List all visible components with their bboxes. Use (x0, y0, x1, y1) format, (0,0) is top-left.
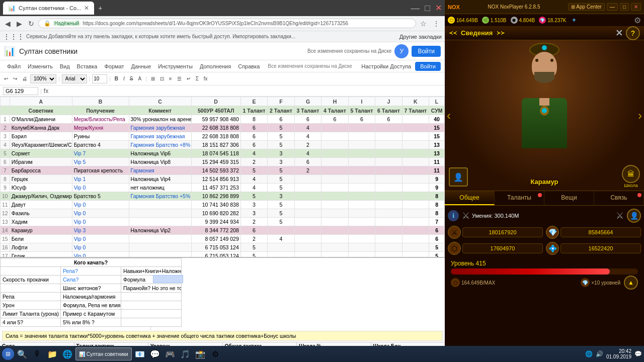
menu-help[interactable]: Справка (235, 62, 263, 70)
cell-sum-8[interactable]: 9 (429, 175, 445, 184)
wrap-btn[interactable]: ↵ (185, 75, 193, 82)
cell-t3-16[interactable] (294, 243, 321, 252)
cell-val-17[interactable]: 6 715 053 124 (191, 252, 240, 257)
cell-name-17[interactable]: Гедик (10, 252, 72, 257)
menu-tools[interactable]: Инструменты (155, 62, 196, 70)
cell-t5-1[interactable]: 6 (348, 115, 375, 124)
cell-t2-8[interactable]: 5 (268, 175, 294, 184)
cell-t7-7[interactable] (402, 166, 429, 175)
taskbar-icon-5[interactable]: 🎵 (178, 347, 192, 361)
start-button[interactable]: ⊞ (2, 348, 14, 360)
cell-receive-1[interactable]: Мерж/Близость/Репа (72, 115, 129, 124)
tab-close-btn[interactable]: ✕ (84, 5, 89, 12)
cell-t4-8[interactable] (321, 175, 348, 184)
cell-t4-2[interactable] (321, 124, 348, 132)
cell-val-6[interactable]: 15 294 459 315 (191, 158, 240, 166)
cell-t3-5[interactable]: 4 (294, 149, 321, 158)
other-bookmarks[interactable]: Другие закладки (399, 34, 442, 40)
char-portrait-left[interactable]: 👤 (449, 167, 468, 187)
cell-sum-3[interactable]: 15 (429, 132, 445, 141)
col-j-header[interactable]: J (375, 97, 402, 106)
table-row[interactable]: 1 О'Малли/Давинчи Мерж/Близость/Репа 30%… (1, 115, 445, 124)
cell-val-13[interactable]: 9 399 244 934 (191, 218, 240, 226)
cell-t1-12[interactable]: 3 (240, 209, 267, 218)
cell-t7-11[interactable] (402, 201, 429, 209)
menu-view[interactable]: Вид (57, 62, 73, 70)
cell-t4-6[interactable] (321, 158, 348, 166)
cell-t1-9[interactable]: 4 (240, 184, 267, 192)
cell-t1-13[interactable]: 2 (240, 218, 267, 226)
cell-t7-5[interactable] (402, 149, 429, 158)
col-k-header[interactable]: K (402, 97, 429, 106)
menu-insert[interactable]: Вставка (74, 62, 101, 70)
sum-btn[interactable]: Σ (194, 75, 201, 82)
taskbar-icon-6[interactable]: 📸 (193, 347, 207, 361)
cell-receive-6[interactable]: Vip 5 (72, 158, 129, 166)
formula-input[interactable] (50, 87, 442, 95)
cell-t3-9[interactable] (294, 184, 321, 192)
nox-close-btn[interactable]: ✕ (631, 3, 641, 11)
cell-t5-2[interactable] (348, 124, 375, 132)
nox-min-btn[interactable]: — (607, 3, 618, 11)
cell-t4-10[interactable] (321, 192, 348, 201)
cell-t4-16[interactable] (321, 243, 348, 252)
cell-t2-16[interactable] (268, 243, 294, 252)
cell-t6-8[interactable] (375, 175, 402, 184)
cell-t3-4[interactable]: 2 (294, 141, 321, 149)
cell-name-15[interactable]: Бели (10, 235, 72, 243)
cell-t6-1[interactable]: 6 (375, 115, 402, 124)
cell-t5-17[interactable] (348, 252, 375, 257)
col-f-header[interactable]: F (268, 97, 294, 106)
nox-max-btn[interactable]: □ (620, 3, 629, 11)
cell-t6-3[interactable] (375, 132, 402, 141)
cell-name-2[interactable]: КолумбЖанна Дарк (10, 124, 72, 132)
cell-t5-11[interactable] (348, 201, 375, 209)
cell-t4-5[interactable] (321, 149, 348, 158)
cell-t6-13[interactable] (375, 218, 402, 226)
taskbar-cortana[interactable]: 🎙 (30, 347, 44, 361)
bold-btn[interactable]: B (113, 75, 120, 82)
cell-receive-7[interactable]: Пиратская крепость (72, 166, 129, 175)
table-row[interactable]: 9 Юсуф Vip 0 нет наложниц 11 457 371 253… (1, 184, 445, 192)
cell-sum-4[interactable]: 13 (429, 141, 445, 149)
cell-sum-13[interactable]: 7 (429, 218, 445, 226)
cell-comment-14[interactable]: Наложница Vip2 (129, 226, 191, 235)
cell-t3-8[interactable] (294, 175, 321, 184)
col-l-header[interactable]: L (429, 97, 445, 106)
cell-t1-8[interactable]: 4 (240, 175, 267, 184)
cell-t5-12[interactable] (348, 209, 375, 218)
cell-t7-15[interactable] (402, 235, 429, 243)
skills-info-btn[interactable]: 👤 (627, 209, 641, 223)
add-resource-btn[interactable]: + (573, 17, 576, 24)
table-row[interactable]: 2 КолумбЖанна Дарк Мерж/Кухня Гармония з… (1, 124, 445, 132)
cell-receive-13[interactable]: Vip 0 (72, 218, 129, 226)
table-row[interactable]: 15 Бели Vip 0 8 057 149 029 2 4 6 (1, 235, 445, 243)
cell-comment-8[interactable]: Наложница Vip4 (129, 175, 191, 184)
new-tab-btn[interactable]: + (98, 4, 102, 12)
cell-comment-13[interactable] (129, 218, 191, 226)
col-b-header[interactable]: B (72, 97, 129, 106)
cell-t5-5[interactable] (348, 149, 375, 158)
cell-t1-3[interactable]: 6 (240, 132, 267, 141)
taskbar-icon-2[interactable]: 📧 (133, 347, 147, 361)
cell-t2-9[interactable]: 5 (268, 184, 294, 192)
cell-val-10[interactable]: 10 862 298 899 (191, 192, 240, 201)
table-row[interactable]: 11 Давут Vip 0 10 741 340 838 3 5 8 (1, 201, 445, 209)
table-row[interactable]: 5 Сормет Vip 7 Наложница Vip6 18 074 545… (1, 149, 445, 158)
cell-t2-2[interactable]: 5 (268, 124, 294, 132)
cell-t6-6[interactable] (375, 158, 402, 166)
taskbar-icon-7[interactable]: ⚙ (208, 347, 222, 361)
cell-t4-17[interactable] (321, 252, 348, 257)
col-a-header[interactable]: A (10, 97, 72, 106)
cell-comment-10[interactable]: Гармония Братство +5% (129, 192, 191, 201)
cell-t1-6[interactable]: 2 (240, 158, 267, 166)
cell-t1-2[interactable]: 6 (240, 124, 267, 132)
cell-comment-17[interactable] (129, 252, 191, 257)
cell-t7-4[interactable] (402, 141, 429, 149)
strikethrough-btn[interactable]: S (128, 75, 135, 82)
cell-t6-5[interactable] (375, 149, 402, 158)
char-nav-right[interactable]: › (638, 109, 642, 123)
table-row[interactable]: 16 Лофти Vip 0 6 715 053 124 5 5 (1, 243, 445, 252)
menu-file[interactable]: Файл (4, 62, 24, 70)
cell-t7-2[interactable] (402, 124, 429, 132)
